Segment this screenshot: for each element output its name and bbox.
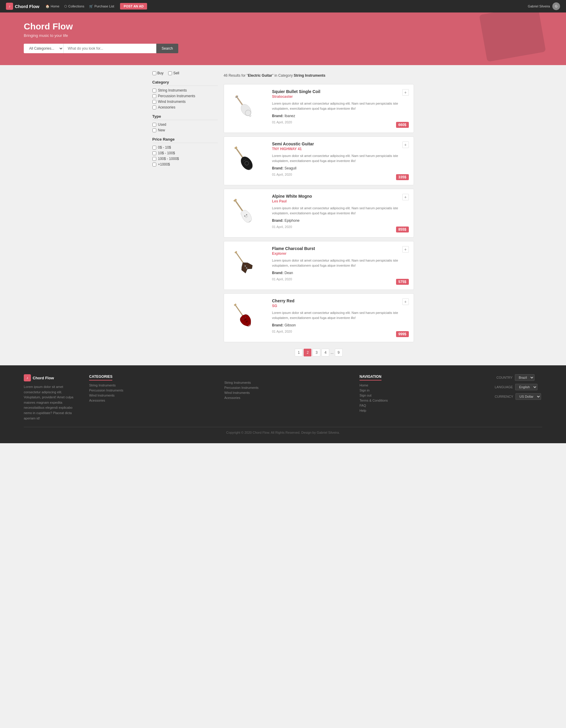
listing-add-4[interactable]: + (402, 246, 409, 253)
listing-subtitle-5: SG (272, 304, 409, 308)
listing-desc-1: Lorem ipsum dolor sit amet consectetur a… (272, 101, 409, 111)
hero-subtitle: Bringing music to your life (24, 33, 542, 38)
listing-add-5[interactable]: + (402, 298, 409, 305)
sidebar-item-new[interactable]: New (153, 128, 218, 132)
sidebar-item-accessories[interactable]: Acessories (153, 105, 218, 109)
listing-date-5: 01 April, 2020 (272, 330, 409, 333)
percussion-checkbox[interactable] (153, 94, 156, 98)
category-title: Category (153, 80, 218, 86)
footer-cat2-string[interactable]: String Instruments (224, 381, 347, 384)
svg-point-6 (239, 102, 253, 117)
search-button[interactable]: Search (156, 44, 178, 53)
sell-checkbox[interactable] (168, 71, 172, 75)
price3-checkbox[interactable] (153, 163, 156, 166)
svg-line-22 (235, 201, 243, 211)
footer-cat2-wind[interactable]: Wind Instruments (224, 391, 347, 394)
category-select[interactable]: All Categories... (24, 44, 64, 53)
used-checkbox[interactable] (153, 123, 156, 127)
buy-filter[interactable]: Buy (153, 71, 164, 75)
results-area: 46 Results for "Electric Guitar" in Cate… (224, 71, 414, 359)
language-select[interactable]: English (515, 384, 537, 390)
listing-desc-2: Lorem ipsum dolor sit amet consectetur a… (272, 153, 409, 163)
accessories-checkbox[interactable] (153, 106, 156, 109)
nav-purchase[interactable]: 🛒 Purchase List (89, 4, 114, 8)
results-header: 46 Results for "Electric Guitar" in Cate… (224, 71, 414, 80)
price-title: Price Range (153, 137, 218, 143)
footer-nav-help[interactable]: Help (359, 409, 483, 412)
sidebar-item-percussion[interactable]: Percussion Instruments (153, 94, 218, 98)
nav-home[interactable]: 🏠 Home (45, 4, 59, 8)
country-select[interactable]: Brazil (515, 374, 534, 381)
user-area: Gabriel Silveira G (528, 2, 560, 10)
footer-nav-signin[interactable]: Sign in (359, 389, 483, 392)
page-2-button[interactable]: 2 (303, 349, 311, 356)
listing-info-1: Squier Bullet Single Coil Stratocaster L… (272, 89, 409, 128)
footer-desc: Lorem ipsum dolor sit amet consectetur a… (24, 384, 77, 421)
avatar: G (552, 2, 560, 10)
page-1-button[interactable]: 1 (295, 349, 302, 356)
listing-date-2: 01 April, 2020 (272, 173, 409, 176)
navbar-brand[interactable]: ♪ Chord Flow (6, 3, 40, 10)
price1-checkbox[interactable] (153, 151, 156, 155)
listing-date-3: 01 April, 2020 (272, 225, 409, 229)
page-9-button[interactable]: 9 (335, 349, 342, 356)
listing-image-2 (229, 141, 268, 180)
svg-line-23 (236, 201, 243, 211)
footer-cat2-accessories[interactable]: Acessories (224, 396, 347, 400)
sidebar-item-wind[interactable]: Wind Instruments (153, 100, 218, 104)
hero-title: Chord Flow (24, 21, 542, 32)
footer-cat-string[interactable]: String Instruments (89, 383, 213, 387)
listing-info-2: Semi Acoustic Guitar TNY HIGHWAY 41 Lore… (272, 141, 409, 180)
page-4-button[interactable]: 4 (321, 349, 329, 356)
post-ad-button[interactable]: POST AN AD (120, 3, 147, 10)
footer-categories-title: CATEGORIES (89, 375, 112, 380)
footer-cat-accessories[interactable]: Acessories (89, 399, 213, 402)
footer-brand-col: ♪ Chord Flow Lorem ipsum dolor sit amet … (24, 374, 77, 421)
svg-line-37 (235, 306, 242, 316)
page-3-button[interactable]: 3 (312, 349, 320, 356)
footer-cat-wind[interactable]: Wind Instruments (89, 394, 213, 397)
listing-title-2: Semi Acoustic Guitar (272, 141, 409, 146)
listing-title-3: Alpine White Mogno (272, 194, 409, 199)
sidebar-item-used[interactable]: Used (153, 122, 218, 127)
listing-date-1: 01 April, 2020 (272, 120, 409, 124)
footer-nav-home[interactable]: Home (359, 383, 483, 387)
sidebar-item-price0[interactable]: 0$ - 10$ (153, 145, 218, 150)
footer-nav-signout[interactable]: Sign out (359, 394, 483, 397)
listing-subtitle-2: TNY HIGHWAY 41 (272, 147, 409, 151)
brand-name: Chord Flow (15, 4, 40, 9)
footer-cat2-percussion[interactable]: Percussion Instruments (224, 386, 347, 389)
category-section: Category String Instruments Percussion I… (153, 80, 218, 109)
listing-info-3: Alpine White Mogno Les Paul Lorem ipsum … (272, 194, 409, 232)
footer-cat-percussion[interactable]: Percussion Instruments (89, 389, 213, 392)
listing-add-2[interactable]: + (402, 141, 409, 148)
currency-select[interactable]: US Dollar (515, 393, 541, 400)
sidebar-item-price2[interactable]: 100$ - 1000$ (153, 157, 218, 161)
svg-point-15 (239, 155, 255, 172)
results-category: String Instruments (293, 73, 325, 78)
search-input[interactable] (64, 44, 156, 53)
footer-nav-terms[interactable]: Terms & Conditions (359, 399, 483, 402)
nav-collections[interactable]: ⬡ Collections (64, 4, 84, 8)
wind-checkbox[interactable] (153, 100, 156, 104)
listing-title-1: Squier Bullet Single Coil (272, 89, 409, 94)
listing-brand-2: Brand: Seagull (272, 166, 409, 170)
price2-checkbox[interactable] (153, 157, 156, 161)
string-checkbox[interactable] (153, 89, 156, 92)
listing-add-1[interactable]: + (402, 89, 409, 96)
copyright: Copyright © 2020 Chord Flow. All Rights … (226, 431, 339, 434)
sidebar-item-string[interactable]: String Instruments (153, 88, 218, 92)
listing-desc-4: Lorem ipsum dolor sit amet consectetur a… (272, 258, 409, 268)
sell-filter[interactable]: Sell (168, 71, 179, 75)
listing-info-5: Cherry Red SG Lorem ipsum dolor sit amet… (272, 298, 409, 337)
price0-checkbox[interactable] (153, 146, 156, 150)
listing-add-3[interactable]: + (402, 194, 409, 200)
new-checkbox[interactable] (153, 128, 156, 132)
svg-line-21 (235, 201, 242, 212)
search-bar: All Categories... Search (24, 44, 178, 53)
footer-nav-faq[interactable]: FAQ (359, 404, 483, 407)
sidebar-item-price1[interactable]: 10$ - 100$ (153, 151, 218, 155)
sidebar-item-price3[interactable]: +1000$ (153, 162, 218, 166)
listing-image-3 (229, 194, 268, 232)
buy-checkbox[interactable] (153, 71, 156, 75)
